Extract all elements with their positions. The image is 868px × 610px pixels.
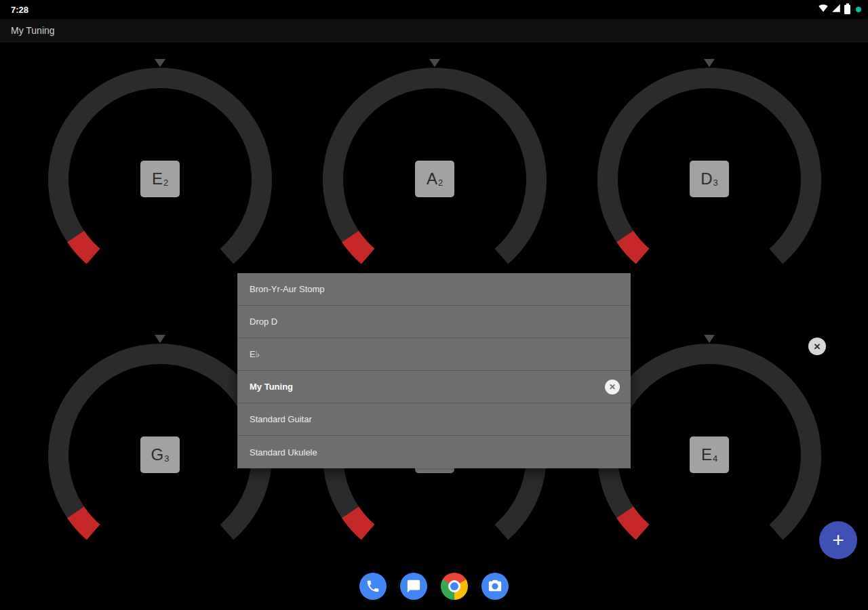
tuning-dial-D3: D 3 — [587, 58, 831, 302]
note-chip[interactable]: D 3 — [690, 161, 729, 197]
screen: 7:28 My Tuning E 2 — [0, 0, 868, 610]
camera-icon[interactable] — [481, 573, 509, 600]
note-chip[interactable]: E 4 — [690, 436, 729, 473]
plus-icon: + — [832, 529, 844, 551]
status-icons — [818, 3, 861, 16]
add-tuning-fab[interactable]: + — [819, 521, 857, 559]
menu-item-standard-guitar[interactable]: Standard Guitar — [237, 403, 631, 436]
status-time: 7:28 — [11, 5, 28, 15]
chrome-icon[interactable] — [441, 573, 468, 600]
tuning-dial-E2: E 2 — [38, 58, 282, 302]
chrome-blue-center — [450, 582, 458, 590]
tuning-menu: Bron-Yr-Aur StompDrop DE♭My Tuning✕Stand… — [237, 273, 631, 468]
note-name: A — [427, 169, 437, 188]
menu-item-label: Bron-Yr-Aur Stomp — [250, 284, 325, 294]
menu-item-e-[interactable]: E♭ — [237, 338, 631, 371]
dial-pointer-icon — [155, 59, 165, 67]
menu-item-label: Drop D — [250, 317, 277, 327]
phone-icon[interactable] — [359, 573, 387, 600]
menu-item-label: E♭ — [250, 349, 260, 359]
wifi-icon — [818, 3, 828, 16]
note-name: D — [701, 169, 712, 188]
dock — [0, 563, 868, 610]
menu-item-bron-yr-aur-stomp[interactable]: Bron-Yr-Aur Stomp — [237, 273, 631, 306]
note-name: E — [152, 169, 163, 188]
note-octave: 2 — [438, 178, 443, 188]
note-octave: 3 — [164, 453, 169, 464]
dial-pointer-icon — [155, 335, 165, 343]
app-bar: My Tuning — [0, 19, 868, 42]
menu-item-label: Standard Guitar — [250, 414, 312, 424]
dial-pointer-icon — [704, 59, 715, 67]
battery-icon — [844, 5, 850, 14]
menu-item-drop-d[interactable]: Drop D — [237, 306, 631, 338]
menu-item-standard-ukulele[interactable]: Standard Ukulele — [237, 436, 631, 468]
note-chip[interactable]: E 2 — [140, 161, 180, 197]
messages-icon[interactable] — [400, 573, 427, 600]
cellular-icon — [831, 3, 841, 16]
tuning-dial-A2: A 2 — [313, 58, 557, 302]
note-octave: 2 — [163, 178, 168, 188]
note-octave: 4 — [713, 453, 717, 464]
privacy-dot — [856, 7, 861, 12]
note-chip[interactable]: A 2 — [415, 161, 454, 197]
note-octave: 3 — [713, 178, 718, 188]
note-name: E — [701, 445, 712, 464]
note-chip[interactable]: G 3 — [140, 436, 180, 473]
dial-pointer-icon — [429, 59, 440, 67]
delete-tuning-icon[interactable]: ✕ — [605, 380, 620, 394]
menu-item-my-tuning[interactable]: My Tuning✕ — [237, 371, 631, 403]
status-bar: 7:28 — [0, 0, 868, 19]
menu-item-label: Standard Ukulele — [250, 447, 317, 458]
app-bar-title: My Tuning — [11, 25, 55, 36]
menu-item-label: My Tuning — [250, 382, 293, 392]
note-name: G — [151, 445, 164, 464]
remove-icon[interactable]: ✕ — [808, 338, 826, 355]
dial-pointer-icon — [704, 335, 715, 343]
